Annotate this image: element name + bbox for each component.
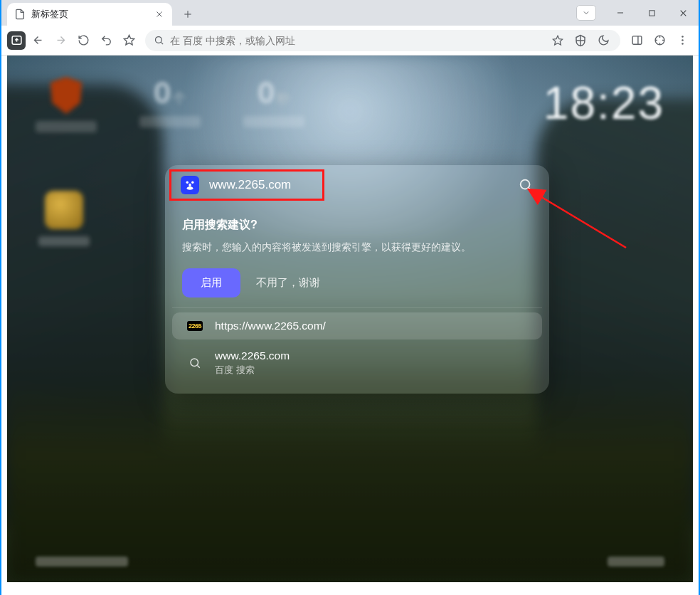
svg-point-20 (191, 181, 193, 184)
enable-button[interactable]: 启用 (182, 268, 240, 298)
shield-icon[interactable] (572, 32, 589, 49)
bottom-caption-left (36, 557, 128, 567)
extensions-button[interactable] (649, 30, 670, 51)
svg-line-11 (161, 42, 163, 44)
search-row[interactable]: www.2265.com (165, 165, 549, 205)
browser-tab[interactable]: 新标签页 (7, 3, 172, 26)
suggestion-item-url[interactable]: 2265 https://www.2265.com/ (172, 312, 542, 339)
clock: 18:23 (543, 77, 664, 130)
stat-2: 0个 (139, 77, 201, 132)
menu-button[interactable] (672, 30, 693, 51)
svg-line-23 (529, 188, 531, 191)
prompt-title: 启用搜索建议? (182, 218, 532, 233)
prompt-body: 搜索时，您输入的内容将被发送到搜索引擎，以获得更好的建议。 (182, 241, 532, 254)
bookmark-star-button[interactable] (118, 30, 139, 51)
svg-rect-13 (632, 36, 642, 44)
forward-button[interactable] (50, 30, 71, 51)
undo-button[interactable] (95, 30, 117, 51)
search-icon (154, 35, 164, 46)
tab-close-button[interactable] (154, 9, 165, 20)
svg-point-22 (521, 180, 530, 189)
side-panel-button[interactable] (626, 30, 647, 51)
svg-point-17 (682, 39, 684, 41)
suggestion-item-search[interactable]: www.2265.com 百度 搜索 (172, 342, 542, 384)
search-panel: www.2265.com 启用搜索建议? 搜索时，您输入的内容将被发送到搜索引擎… (165, 165, 549, 394)
stat-3: 0秒 (243, 77, 304, 132)
bookmark-icon[interactable] (549, 32, 566, 49)
search-query-text: www.2265.com (209, 178, 508, 192)
svg-point-16 (682, 36, 684, 38)
window-minimize-button[interactable] (605, 0, 636, 26)
moon-icon[interactable] (595, 32, 612, 49)
page-icon (14, 9, 26, 20)
new-tab-page: 0个 0秒 18:23 www.2265.com 启用搜索建议? 搜索时，您输入… (7, 56, 693, 582)
site-favicon-2265: 2265 (186, 321, 203, 331)
suggestion-subtext: 百度 搜索 (215, 364, 290, 377)
svg-point-10 (156, 37, 162, 43)
search-submit-icon[interactable] (518, 177, 534, 193)
back-button[interactable] (27, 30, 48, 51)
svg-marker-12 (553, 36, 562, 45)
search-icon (186, 357, 203, 369)
tab-title: 新标签页 (31, 9, 148, 21)
window-maximize-button[interactable] (636, 0, 667, 26)
address-input[interactable] (170, 35, 543, 46)
svg-point-19 (186, 181, 189, 184)
upload-icon[interactable] (7, 31, 26, 50)
address-bar[interactable] (145, 30, 620, 51)
bottom-caption-right (608, 557, 664, 567)
new-tab-button[interactable] (178, 4, 198, 24)
stats-row: 0个 0秒 (36, 77, 304, 132)
baidu-icon (181, 176, 199, 194)
search-suggestions-prompt: 启用搜索建议? 搜索时，您输入的内容将被发送到搜索引擎，以获得更好的建议。 启用… (165, 205, 549, 298)
svg-line-25 (197, 365, 199, 367)
blocked-shield-stat (36, 77, 97, 132)
suggestion-text: https://www.2265.com/ (215, 320, 326, 332)
toolbar (1, 26, 699, 56)
tab-strip: 新标签页 (1, 0, 699, 26)
window-close-button[interactable] (667, 0, 699, 26)
svg-marker-9 (124, 35, 134, 44)
svg-rect-5 (649, 10, 654, 15)
suggestion-text: www.2265.com (215, 349, 290, 362)
svg-point-21 (189, 184, 191, 187)
reload-button[interactable] (73, 30, 94, 51)
svg-point-24 (191, 359, 198, 367)
ntp-shortcut[interactable] (38, 191, 90, 246)
svg-point-18 (682, 43, 684, 45)
tab-search-button[interactable] (576, 5, 596, 21)
window-controls (576, 0, 699, 26)
dismiss-button[interactable]: 不用了，谢谢 (256, 276, 320, 290)
